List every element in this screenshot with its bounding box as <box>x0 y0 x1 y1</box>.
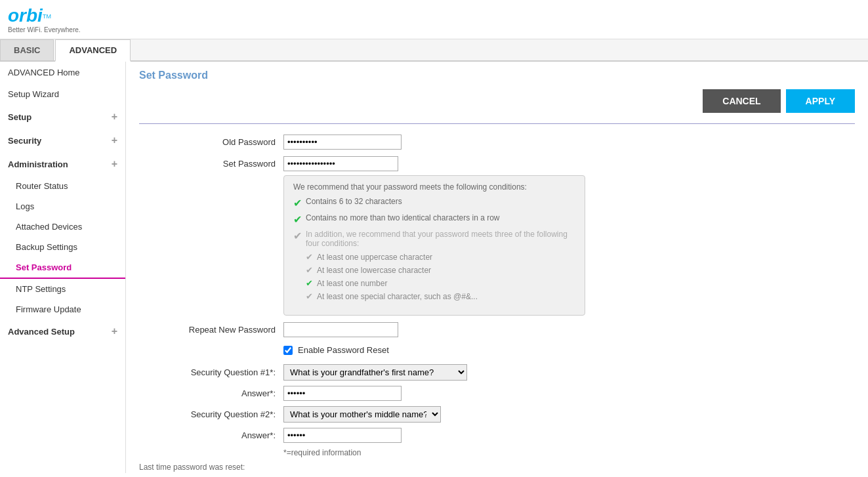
apply-button[interactable]: APPLY <box>786 89 855 113</box>
tab-basic[interactable]: BASIC <box>0 39 54 60</box>
sidebar: ADVANCED Home Setup Wizard Setup + Secur… <box>0 62 126 473</box>
last-reset-label: Last time password was reset: <box>139 463 855 472</box>
sub-special-text: At least one special character, such as … <box>317 292 478 301</box>
answer1-row: Answer*: <box>139 386 855 401</box>
repeat-password-row: Repeat New Password <box>139 322 855 337</box>
hint-title: We recommend that your password meets th… <box>293 182 575 192</box>
sidebar-item-security[interactable]: Security + <box>0 129 125 152</box>
hint-length-text: Contains 6 to 32 characters <box>306 197 402 206</box>
sidebar-item-ntp-settings[interactable]: NTP Settings <box>0 279 125 299</box>
sidebar-section-advanced-setup-label: Advanced Setup <box>8 327 75 337</box>
check-lowercase-icon: ✔ <box>306 265 313 275</box>
enable-reset-label: Enable Password Reset <box>298 345 389 355</box>
set-password-field-wrap: We recommend that your password meets th… <box>283 156 585 316</box>
sidebar-item-setup-wizard[interactable]: Setup Wizard <box>0 83 125 105</box>
sidebar-section-admin-label: Administration <box>8 159 68 169</box>
check-uppercase-icon: ✔ <box>306 252 313 262</box>
hint-sub-block: In addition, we recommend that your pass… <box>306 230 575 304</box>
tab-bar: BASIC ADVANCED <box>0 39 868 62</box>
logo-tm: TM <box>43 13 51 20</box>
answer2-label: Answer*: <box>139 430 283 440</box>
old-password-field <box>283 135 402 150</box>
sidebar-section-security-label: Security <box>8 136 41 146</box>
security-q1-label: Security Question #1*: <box>139 367 283 377</box>
sidebar-item-firmware-update[interactable]: Firmware Update <box>0 299 125 320</box>
page-title: Set Password <box>139 70 855 81</box>
logo-tagline: Better WiFi. Everywhere. <box>8 26 860 33</box>
sub-uppercase-text: At least one uppercase character <box>317 253 432 262</box>
sub-item-number: ✔ At least one number <box>306 278 575 288</box>
check-identical-icon: ✔ <box>293 213 302 226</box>
enable-reset-row: Enable Password Reset <box>283 345 855 355</box>
sidebar-item-administration[interactable]: Administration + <box>0 152 125 176</box>
layout: ADVANCED Home Setup Wizard Setup + Secur… <box>0 62 868 473</box>
check-number-icon: ✔ <box>306 278 313 288</box>
security-q1-select[interactable]: What is your grandfather's first name? W… <box>283 364 467 381</box>
security-q2-row: Security Question #2*: What is your moth… <box>139 406 855 423</box>
answer2-input[interactable] <box>283 428 402 443</box>
hint-identical-text: Contains no more than two identical char… <box>306 213 499 222</box>
setup-expand-icon: + <box>112 111 117 123</box>
security-expand-icon: + <box>112 135 117 146</box>
security-q1-row: Security Question #1*: What is your gran… <box>139 364 855 381</box>
security-q2-select[interactable]: What is your mother's middle name? What … <box>283 406 441 423</box>
cancel-button[interactable]: CANCEL <box>703 89 780 113</box>
security-q2-label: Security Question #2*: <box>139 409 283 419</box>
sidebar-item-advanced-home[interactable]: ADVANCED Home <box>0 62 125 83</box>
answer1-input[interactable] <box>283 386 402 401</box>
header: orbiTM Better WiFi. Everywhere. <box>0 0 868 39</box>
repeat-password-label: Repeat New Password <box>139 325 283 335</box>
sidebar-item-backup-settings[interactable]: Backup Settings <box>0 237 125 257</box>
sub-item-special: ✔ At least one special character, such a… <box>306 291 575 301</box>
old-password-label: Old Password <box>139 135 283 147</box>
sub-lowercase-text: At least one lowercase character <box>317 266 431 275</box>
password-hint-box: We recommend that your password meets th… <box>283 175 585 316</box>
logo: orbiTM <box>8 5 860 26</box>
answer1-label: Answer*: <box>139 388 283 398</box>
sidebar-item-router-status[interactable]: Router Status <box>0 176 125 196</box>
hint-item-identical: ✔ Contains no more than two identical ch… <box>293 213 575 226</box>
hint-item-sub: ✔ In addition, we recommend that your pa… <box>293 230 575 304</box>
sidebar-item-advanced-setup[interactable]: Advanced Setup + <box>0 320 125 343</box>
set-password-input[interactable] <box>283 156 398 171</box>
req-note: *=required information <box>283 448 855 457</box>
sub-number-text: At least one number <box>317 279 387 288</box>
check-length-icon: ✔ <box>293 197 302 209</box>
tab-advanced[interactable]: ADVANCED <box>55 39 131 62</box>
sub-hint-title: In addition, we recommend that your pass… <box>306 230 575 248</box>
sidebar-item-logs[interactable]: Logs <box>0 196 125 217</box>
advanced-setup-expand-icon: + <box>112 325 117 337</box>
enable-reset-checkbox[interactable] <box>283 346 293 355</box>
check-special-icon: ✔ <box>306 291 313 301</box>
admin-expand-icon: + <box>112 158 117 170</box>
set-password-label: Set Password <box>139 156 283 169</box>
sub-item-lowercase: ✔ At least one lowercase character <box>306 265 575 275</box>
sidebar-item-attached-devices[interactable]: Attached Devices <box>0 217 125 237</box>
sidebar-item-set-password[interactable]: Set Password <box>0 257 125 279</box>
sidebar-section-setup-label: Setup <box>8 112 31 122</box>
set-password-row: Set Password We recommend that your pass… <box>139 156 855 316</box>
hint-item-length: ✔ Contains 6 to 32 characters <box>293 197 575 209</box>
old-password-row: Old Password <box>139 135 855 150</box>
main-content: Set Password CANCEL APPLY Old Password S… <box>126 62 868 473</box>
button-bar: CANCEL APPLY <box>139 89 855 113</box>
old-password-input[interactable] <box>283 135 402 150</box>
divider <box>139 123 855 124</box>
repeat-password-input[interactable] <box>283 322 398 337</box>
sidebar-item-setup[interactable]: Setup + <box>0 105 125 129</box>
check-sub-icon: ✔ <box>293 230 302 242</box>
logo-text: orbi <box>8 5 43 26</box>
answer2-row: Answer*: <box>139 428 855 443</box>
sub-item-uppercase: ✔ At least one uppercase character <box>306 252 575 262</box>
